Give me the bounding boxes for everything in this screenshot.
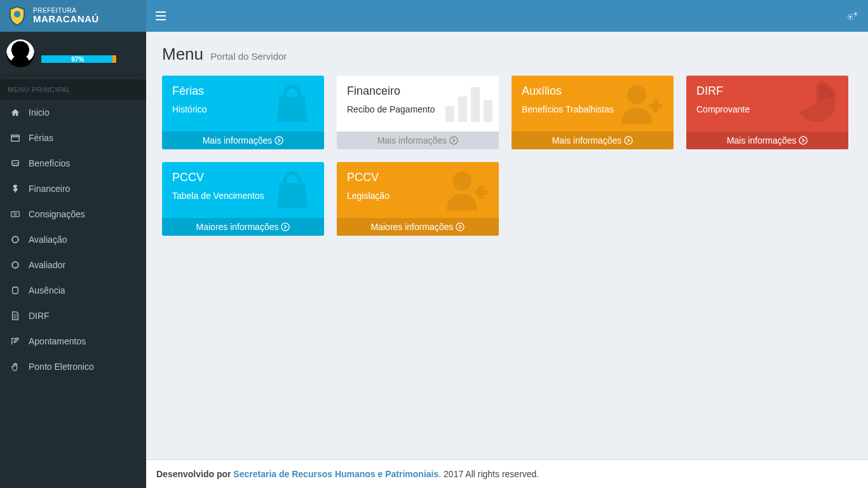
tile-pccv-4: PCCVTabela de VencimentosMaiores informa… (162, 162, 324, 236)
content: Menu Portal do Servidor FériasHistóricoM… (146, 32, 868, 459)
sidebar-item-label: Ponto Eletronico (29, 362, 94, 372)
svg-point-7 (12, 236, 18, 243)
tile-subtitle: Comprovante (696, 104, 838, 114)
sidebar-item-label: Apontamentos (29, 336, 86, 346)
arrow-circle-right-icon (456, 222, 465, 232)
svg-point-11 (275, 137, 283, 144)
arrow-circle-right-icon (275, 135, 283, 146)
svg-rect-1 (11, 135, 19, 142)
tile-subtitle: Recibo de Pagamento (347, 104, 489, 114)
sidebar-item-label: Avaliador (29, 260, 65, 270)
sidebar-nav: InicioFériasBenefíciosFinanceiroConsigna… (0, 100, 146, 379)
menu-toggle-icon[interactable] (156, 11, 166, 20)
topbar (146, 0, 868, 32)
tile-title: Financeiro (347, 85, 489, 98)
footer-bar: Desenvolvido por Secretaria de Recursos … (146, 459, 868, 488)
edit-icon (10, 337, 21, 346)
tile-auxílios-2: AuxíliosBenefícios TrabalhistasMais info… (512, 76, 674, 149)
money-icon (10, 210, 21, 219)
tile-title: PCCV (347, 171, 489, 184)
tile-pccv-5: PCCVLegislaçãoMaiores informações (337, 162, 499, 236)
sidebar-item-ponto-eletronico[interactable]: Ponto Eletronico (0, 354, 146, 379)
tile-title: DIRF (696, 85, 838, 98)
profile-progress-bar: 97% (41, 55, 114, 63)
svg-point-20 (281, 223, 289, 231)
gears-icon[interactable] (847, 11, 858, 20)
sidebar-item-label: Consignações (29, 209, 85, 219)
file-icon (10, 311, 21, 320)
profile-progress: 97% (41, 55, 117, 64)
tile-subtitle: Legislação (347, 191, 489, 201)
sidebar-item-label: Inicio (29, 107, 50, 118)
circle-icon (10, 235, 21, 244)
sidebar-item-dirf[interactable]: DIRF (0, 303, 146, 329)
bus-icon (10, 159, 21, 168)
sidebar-item-inicio[interactable]: Inicio (0, 100, 146, 125)
footer-link[interactable]: Secretaria de Recursos Humanos e Patrimo… (233, 469, 438, 479)
tile-more-link[interactable]: Mais informações (162, 132, 324, 149)
sidebar-item-financeiro[interactable]: Financeiro (0, 176, 146, 201)
sidebar-item-label: Ausência (29, 285, 65, 295)
user-name (41, 43, 140, 52)
tile-subtitle: Histórico (172, 104, 314, 114)
sidebar-header: MENU PRINCIPAL (0, 79, 146, 100)
sidebar-item-férias[interactable]: Férias (0, 125, 146, 151)
sidebar-item-avaliação[interactable]: Avaliação (0, 227, 146, 252)
brand-logo[interactable]: PREFEITURA MARACANAÚ (0, 0, 146, 32)
page-subtitle: Portal do Servidor (210, 51, 287, 62)
main: Menu Portal do Servidor FériasHistóricoM… (146, 0, 868, 488)
svg-rect-5 (11, 212, 19, 217)
svg-point-18 (625, 137, 632, 144)
tile-title: PCCV (172, 171, 314, 184)
sidebar-item-apontamentos[interactable]: Apontamentos (0, 329, 146, 354)
arrow-circle-right-icon (799, 135, 808, 146)
tile-financeiro-1: FinanceiroRecibo de PagamentoMais inform… (337, 76, 499, 149)
svg-point-16 (450, 137, 458, 144)
svg-point-9 (850, 16, 851, 18)
tile-férias-0: FériasHistóricoMais informações (162, 76, 324, 149)
svg-point-22 (456, 223, 464, 231)
svg-point-6 (14, 213, 17, 215)
tile-subtitle: Benefícios Trabalhistas (522, 104, 663, 114)
svg-point-4 (16, 165, 17, 166)
sidebar-item-benefícios[interactable]: Benefícios (0, 151, 146, 176)
sidebar-item-label: Avaliação (29, 234, 67, 245)
tile-title: Auxílios (522, 85, 663, 98)
tile-title: Férias (172, 85, 314, 98)
tile-more-link[interactable]: Maiores informações (337, 218, 499, 236)
calendar-icon (10, 133, 21, 142)
sidebar: PREFEITURA MARACANAÚ 97% MENU PRINCIPAL … (0, 0, 146, 488)
brand-line2: MARACANAÚ (33, 14, 99, 24)
svg-point-0 (14, 11, 20, 17)
tile-more-link[interactable]: Mais informações (512, 132, 674, 149)
absence-icon (10, 286, 21, 295)
sidebar-item-label: Férias (29, 133, 53, 143)
sidebar-item-consignações[interactable]: Consignações (0, 201, 146, 227)
avatar[interactable] (6, 39, 34, 67)
svg-point-3 (13, 165, 14, 166)
svg-point-10 (855, 13, 856, 15)
arrow-circle-right-icon (624, 135, 633, 146)
tile-more-link[interactable]: Mais informações (686, 132, 848, 149)
sidebar-item-avaliador[interactable]: Avaliador (0, 252, 146, 278)
tiles-grid: FériasHistóricoMais informaçõesFinanceir… (162, 76, 848, 236)
hand-icon (10, 362, 21, 371)
sidebar-item-label: Financeiro (29, 184, 70, 194)
tile-subtitle: Tabela de Vencimentos (172, 191, 314, 201)
circle-icon (10, 261, 21, 269)
arrow-circle-right-icon (281, 222, 290, 232)
arrow-circle-right-icon (449, 135, 458, 146)
sidebar-item-label: DIRF (29, 311, 50, 321)
sidebar-item-ausência[interactable]: Ausência (0, 278, 146, 303)
svg-point-8 (12, 262, 18, 268)
tile-more-link[interactable]: Maiores informações (162, 218, 324, 236)
svg-point-19 (799, 137, 807, 144)
home-icon (10, 108, 21, 117)
page-title: Menu Portal do Servidor (162, 44, 852, 64)
user-panel: 97% (0, 32, 146, 75)
tile-dirf-3: DIRFComprovanteMais informações (686, 76, 848, 149)
tile-more-link[interactable]: Mais informações (337, 132, 499, 149)
dollar-icon (10, 184, 21, 193)
brand-crest-icon (6, 5, 28, 27)
sidebar-item-label: Benefícios (29, 158, 70, 168)
